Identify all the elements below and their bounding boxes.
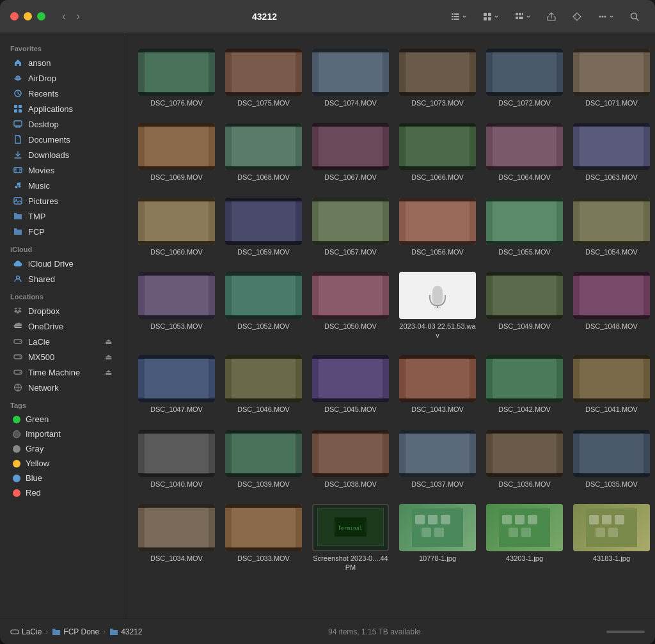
sidebar-item-lacie[interactable]: LaCie ⏏	[3, 334, 122, 349]
file-item[interactable]: DSC_1049.MOV	[484, 267, 565, 345]
sidebar-item-tag-red[interactable]: Red	[3, 485, 122, 500]
file-item[interactable]: DSC_1037.MOV	[397, 425, 478, 494]
view-grid-button[interactable]	[477, 9, 504, 24]
forward-button[interactable]: ›	[72, 7, 84, 26]
sidebar-item-tag-important[interactable]: Important	[3, 427, 122, 441]
file-item[interactable]: DSC_1038.MOV	[310, 425, 391, 494]
mx500-eject-icon[interactable]: ⏏	[105, 352, 112, 361]
file-item[interactable]: DSC_1067.MOV	[310, 118, 391, 187]
file-item[interactable]: 2023-04-03 22.51.53.wav	[397, 267, 478, 345]
sidebar-item-documents[interactable]: Documents	[3, 132, 122, 147]
file-item[interactable]: DSC_1057.MOV	[310, 192, 391, 262]
file-item[interactable]: DSC_1034.MOV	[136, 499, 217, 577]
file-name: 43183-1.jpg	[593, 554, 630, 563]
sidebar-item-movies[interactable]: Movies	[3, 162, 122, 178]
breadcrumb-43212[interactable]: 43212	[109, 627, 142, 636]
sidebar-item-airdrop[interactable]: AirDrop	[3, 70, 122, 86]
sidebar-item-mx500[interactable]: MX500 ⏏	[3, 349, 122, 365]
file-item[interactable]: Terminal Screenshot 2023-0....44 PM	[310, 499, 391, 577]
sidebar-item-tag-gray[interactable]: Gray	[3, 441, 122, 456]
file-item[interactable]: DSC_1064.MOV	[484, 118, 565, 187]
maximize-button[interactable]	[37, 12, 45, 20]
file-item[interactable]: DSC_1048.MOV	[571, 267, 652, 345]
file-item[interactable]: DSC_1075.MOV	[223, 43, 304, 113]
sidebar-item-dropbox[interactable]: Dropbox	[3, 303, 122, 318]
scrollbar-indicator[interactable]	[606, 631, 645, 633]
file-item[interactable]: DSC_1042.MOV	[484, 350, 565, 419]
sidebar-item-music[interactable]: Music	[3, 178, 122, 193]
file-item[interactable]: DSC_1059.MOV	[223, 192, 304, 262]
svg-rect-199	[225, 504, 302, 508]
sidebar-item-tag-green[interactable]: Green	[3, 412, 122, 427]
file-item[interactable]: DSC_1045.MOV	[310, 350, 391, 419]
file-thumbnail	[399, 504, 476, 551]
file-thumbnail	[573, 504, 650, 551]
view-list-button[interactable]	[445, 9, 472, 24]
shared-icon	[13, 274, 23, 284]
svg-rect-167	[573, 355, 650, 359]
sidebar-item-tag-blue[interactable]: Blue	[3, 471, 122, 485]
close-button[interactable]	[10, 12, 19, 20]
file-item[interactable]: DSC_1046.MOV	[223, 350, 304, 419]
sidebar-item-icloud-drive[interactable]: iCloud Drive	[3, 256, 122, 271]
svg-rect-113	[399, 198, 476, 201]
file-thumbnail	[138, 430, 215, 477]
file-item[interactable]: DSC_1054.MOV	[571, 192, 652, 262]
sidebar-item-tmp[interactable]: TMP	[3, 208, 122, 224]
file-item[interactable]: DSC_1041.MOV	[571, 350, 652, 419]
file-item[interactable]: DSC_1050.MOV	[310, 267, 391, 345]
file-item[interactable]: DSC_1055.MOV	[484, 192, 565, 262]
file-item[interactable]: DSC_1043.MOV	[397, 350, 478, 419]
sidebar-item-anson[interactable]: anson	[3, 55, 122, 70]
file-item[interactable]: DSC_1060.MOV	[136, 192, 217, 262]
file-item[interactable]: DSC_1074.MOV	[310, 43, 391, 113]
file-item[interactable]: DSC_1036.MOV	[484, 425, 565, 494]
sidebar-item-network[interactable]: Network	[3, 380, 122, 395]
file-item[interactable]: DSC_1071.MOV	[571, 43, 652, 113]
tag-button[interactable]	[567, 9, 587, 24]
sidebar-item-fcp[interactable]: FCP	[3, 224, 122, 239]
back-button[interactable]: ‹	[58, 7, 70, 26]
time-machine-label: Time Machine	[28, 368, 80, 377]
file-thumbnail	[225, 355, 302, 402]
file-item[interactable]: DSC_1033.MOV	[223, 499, 304, 577]
share-button[interactable]	[541, 9, 562, 24]
time-machine-eject-icon[interactable]: ⏏	[105, 368, 112, 377]
file-item[interactable]: DSC_1040.MOV	[136, 425, 217, 494]
sidebar-item-recents[interactable]: Recents	[3, 86, 122, 101]
minimize-button[interactable]	[24, 12, 32, 20]
more-button[interactable]	[592, 9, 619, 24]
file-item[interactable]: DSC_1052.MOV	[223, 267, 304, 345]
movies-label: Movies	[28, 166, 54, 175]
lacie-eject-icon[interactable]: ⏏	[105, 337, 112, 346]
file-item[interactable]: DSC_1073.MOV	[397, 43, 478, 113]
sidebar-item-time-machine[interactable]: Time Machine ⏏	[3, 365, 122, 380]
file-item[interactable]: DSC_1072.MOV	[484, 43, 565, 113]
file-item[interactable]: DSC_1069.MOV	[136, 118, 217, 187]
breadcrumb-fcp-done[interactable]: FCP Done	[52, 627, 99, 636]
file-item[interactable]: DSC_1076.MOV	[136, 43, 217, 113]
sidebar-item-onedrive[interactable]: OneDrive	[3, 318, 122, 334]
sidebar-item-shared[interactable]: Shared	[3, 271, 122, 287]
file-item[interactable]: DSC_1047.MOV	[136, 350, 217, 419]
file-item[interactable]: DSC_1053.MOV	[136, 267, 217, 345]
sidebar-item-applications[interactable]: Applications	[3, 101, 122, 116]
file-item[interactable]: DSC_1056.MOV	[397, 192, 478, 262]
sidebar-item-pictures[interactable]: Pictures	[3, 193, 122, 208]
view-group-button[interactable]	[509, 9, 536, 24]
file-item[interactable]: 43203-1.jpg	[484, 499, 565, 577]
pictures-label: Pictures	[28, 196, 58, 206]
file-item[interactable]: 10778-1.jpg	[397, 499, 478, 577]
sidebar-item-desktop[interactable]: Desktop	[3, 116, 122, 132]
sidebar-item-downloads[interactable]: Downloads	[3, 147, 122, 162]
breadcrumb-lacie[interactable]: LaCie	[10, 627, 42, 636]
sidebar-item-tag-yellow[interactable]: Yellow	[3, 456, 122, 471]
file-item[interactable]: DSC_1066.MOV	[397, 118, 478, 187]
file-item[interactable]: DSC_1039.MOV	[223, 425, 304, 494]
search-button[interactable]	[624, 9, 645, 24]
file-item[interactable]: DSC_1063.MOV	[571, 118, 652, 187]
file-item[interactable]: 43183-1.jpg	[571, 499, 652, 577]
file-item[interactable]: DSC_1035.MOV	[571, 425, 652, 494]
svg-rect-198	[232, 507, 296, 548]
file-item[interactable]: DSC_1068.MOV	[223, 118, 304, 187]
